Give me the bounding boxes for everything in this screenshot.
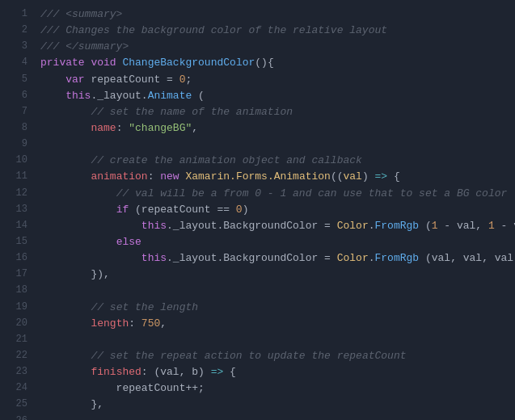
code-line: 6 this._layout.Animate ( xyxy=(0,88,515,104)
code-token: // set the repeat action to update the r… xyxy=(91,350,406,362)
code-token: this xyxy=(141,220,167,232)
code-token xyxy=(40,301,91,313)
code-editor: 1/// <summary>2/// Changes the backgroun… xyxy=(0,0,515,420)
line-number: 18 xyxy=(8,283,27,298)
line-number: 23 xyxy=(8,364,27,380)
code-token: (repeatCount == xyxy=(129,204,236,216)
code-line: 4private void ChangeBackgroundColor(){ xyxy=(0,55,515,71)
line-content: this._layout.BackgroundColor = Color.Fro… xyxy=(40,218,515,234)
code-token xyxy=(40,204,116,216)
line-number: 2 xyxy=(8,23,27,38)
line-number: 9 xyxy=(8,136,27,152)
code-token: var xyxy=(65,74,84,86)
code-line: 3/// </summary> xyxy=(0,39,515,55)
line-number: 16 xyxy=(8,250,27,266)
line-number: 10 xyxy=(8,153,27,168)
code-token: // val will be a from 0 - 1 and can use … xyxy=(116,187,508,200)
line-number: 5 xyxy=(8,72,27,87)
code-line: 19 // set the length xyxy=(0,300,515,316)
code-token xyxy=(40,106,91,118)
code-token: Xamarin.Forms.Animation xyxy=(185,170,330,183)
line-content xyxy=(40,283,507,299)
code-token: : xyxy=(129,317,141,330)
code-token: void xyxy=(91,57,116,69)
line-content: if (repeatCount == 0) xyxy=(40,202,507,218)
code-token: , xyxy=(160,317,167,330)
code-token: Color xyxy=(337,220,369,232)
code-token: ._layout. xyxy=(91,90,147,102)
code-line: 15 else xyxy=(0,234,515,250)
line-content: name: "changeBG", xyxy=(40,120,507,136)
code-token: animation xyxy=(91,170,147,183)
code-line: 5 var repeatCount = 0; xyxy=(0,72,515,88)
code-token: /// <summary> xyxy=(40,8,122,20)
line-content: length: 750, xyxy=(40,316,507,332)
code-line: 16 this._layout.BackgroundColor = Color.… xyxy=(0,250,515,267)
code-token xyxy=(40,170,91,183)
code-line: 7 // set the name of the animation xyxy=(0,104,515,120)
line-number: 8 xyxy=(8,120,27,136)
code-line: 26 xyxy=(0,414,515,420)
code-token: : xyxy=(116,122,129,134)
line-content xyxy=(40,414,507,420)
code-token: => xyxy=(375,170,388,183)
line-number: 21 xyxy=(8,332,27,347)
code-token: ) xyxy=(362,170,375,183)
code-token: 1 xyxy=(488,220,495,232)
line-number: 26 xyxy=(8,414,27,420)
code-token: { xyxy=(223,366,236,378)
line-content: // create the animation object and callb… xyxy=(40,153,507,169)
line-content: // set the repeat action to update the r… xyxy=(40,348,507,364)
line-number: 15 xyxy=(8,234,27,250)
code-token: Animate xyxy=(148,90,192,102)
code-token: }, xyxy=(40,398,103,410)
code-line: 13 if (repeatCount == 0) xyxy=(0,202,515,218)
code-token xyxy=(40,122,91,134)
line-number: 11 xyxy=(8,169,27,184)
code-token xyxy=(40,350,91,362)
line-number: 25 xyxy=(8,397,27,412)
code-token: - val, xyxy=(495,220,515,232)
code-token: ChangeBackgroundColor xyxy=(122,57,255,69)
code-line: 25 }, xyxy=(0,397,515,413)
code-token: FromRgb xyxy=(375,252,420,264)
code-token: repeatCount = xyxy=(85,74,179,86)
code-token: 0 xyxy=(236,204,243,216)
code-line: 14 this._layout.BackgroundColor = Color.… xyxy=(0,218,515,234)
code-token: - val, xyxy=(438,220,488,232)
line-number: 13 xyxy=(8,202,27,217)
line-number: 12 xyxy=(8,186,27,201)
code-token: /// </summary> xyxy=(40,40,129,52)
code-token xyxy=(40,236,116,248)
code-token: private xyxy=(40,57,85,69)
code-token: (){ xyxy=(255,57,273,69)
line-content: var repeatCount = 0; xyxy=(40,72,507,88)
code-token: repeatCount++; xyxy=(40,382,205,394)
code-token: // set the name of the animation xyxy=(91,106,293,118)
code-token: ) xyxy=(243,204,249,216)
code-line: 18 xyxy=(0,283,515,299)
code-token: // set the length xyxy=(91,301,198,313)
code-token: ; xyxy=(185,74,192,86)
code-token xyxy=(40,154,91,166)
line-number: 20 xyxy=(8,316,27,331)
line-content: animation: new Xamarin.Forms.Animation((… xyxy=(40,169,507,185)
code-line: 9 xyxy=(0,136,515,153)
line-content: }), xyxy=(40,267,507,283)
code-token: else xyxy=(116,236,141,248)
code-token: finished xyxy=(91,366,141,378)
code-token xyxy=(40,187,116,200)
line-number: 19 xyxy=(8,300,27,315)
code-line: 10 // create the animation object and ca… xyxy=(0,153,515,169)
code-token xyxy=(40,74,65,86)
line-number: 22 xyxy=(8,348,27,363)
line-content: /// </summary> xyxy=(40,39,507,55)
line-content: // set the name of the animation xyxy=(40,104,507,120)
code-line: 1/// <summary> xyxy=(0,6,515,23)
code-line: 23 finished: (val, b) => { xyxy=(0,364,515,380)
code-token: val xyxy=(344,170,362,183)
code-token: (( xyxy=(331,170,344,183)
line-content xyxy=(40,136,507,153)
line-content: private void ChangeBackgroundColor(){ xyxy=(40,55,507,71)
line-number: 6 xyxy=(8,88,27,103)
